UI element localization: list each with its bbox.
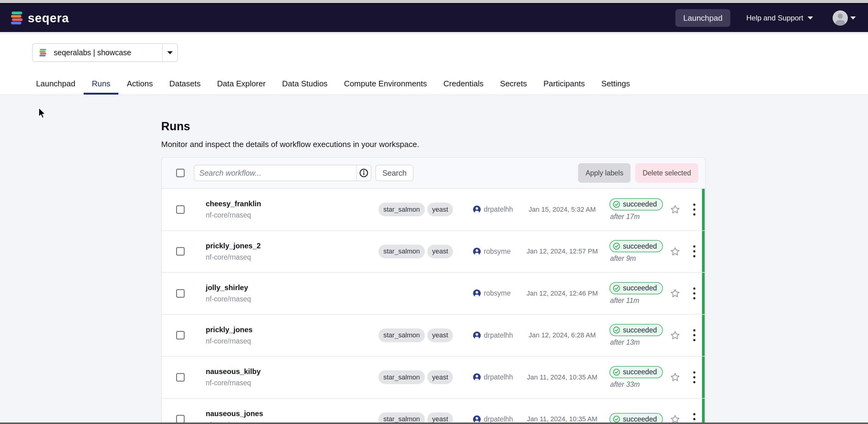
run-name[interactable]: prickly_jones_2 [206, 241, 378, 250]
mouse-cursor-icon [37, 107, 49, 120]
run-duration: after 13m [610, 338, 660, 347]
run-name[interactable]: nauseous_kilby [206, 367, 378, 376]
tab-launchpad[interactable]: Launchpad [28, 74, 84, 95]
status-text: succeeded [623, 200, 657, 208]
row-checkbox[interactable] [176, 289, 185, 298]
run-duration: after 33m [610, 380, 660, 389]
user-avatar-icon [473, 332, 481, 339]
status-text: succeeded [623, 284, 657, 292]
status-text: succeeded [623, 368, 657, 376]
run-duration: after 17m [610, 213, 660, 221]
user-menu[interactable] [833, 10, 856, 26]
user-avatar-icon [473, 205, 481, 213]
search-field-group [194, 165, 371, 181]
navbar-right: Launchpad Help and Support [675, 9, 856, 27]
run-user: drpatelhh [484, 373, 513, 381]
kebab-menu-icon[interactable] [693, 370, 696, 384]
window-bottom-edge [0, 422, 868, 424]
run-date: Jan 11, 2024, 10:35 AM [524, 357, 600, 398]
run-user: robsyme [484, 248, 510, 256]
user-avatar-icon [473, 290, 481, 297]
run-user: robsyme [484, 289, 510, 297]
workspace-tabs: Launchpad Runs Actions Datasets Data Exp… [0, 74, 868, 95]
row-checkbox[interactable] [176, 205, 185, 214]
row-checkbox[interactable] [176, 247, 185, 256]
run-date: Jan 12, 2024, 12:46 PM [524, 273, 600, 314]
check-circle-icon [613, 368, 620, 376]
tab-compute-environments[interactable]: Compute Environments [336, 74, 435, 95]
run-date: Jan 12, 2024, 6:28 AM [524, 315, 600, 356]
tab-secrets[interactable]: Secrets [492, 74, 535, 95]
kebab-menu-icon[interactable] [693, 328, 696, 342]
check-circle-icon [613, 201, 620, 208]
tab-settings[interactable]: Settings [593, 74, 638, 95]
avatar-icon [833, 10, 848, 26]
run-label: yeast [427, 370, 453, 384]
run-label: star_salmon [378, 328, 425, 342]
run-date: Jan 15, 2024, 5:32 AM [524, 189, 600, 230]
row-checkbox[interactable] [176, 331, 185, 339]
workspace-dropdown-toggle[interactable] [162, 44, 177, 61]
user-avatar-icon [473, 248, 481, 255]
status-text: succeeded [623, 242, 657, 251]
status-badge: succeeded [610, 366, 663, 378]
run-row: prickly_jones_2 nf-core/rnaseq star_salm… [162, 231, 705, 273]
search-info[interactable] [356, 165, 371, 181]
info-icon [359, 168, 368, 177]
select-all-checkbox[interactable] [176, 169, 185, 177]
window-top-edge [0, 0, 868, 3]
search-input[interactable] [194, 165, 356, 181]
run-name[interactable]: jolly_shirley [206, 283, 378, 292]
tab-actions[interactable]: Actions [118, 74, 161, 95]
star-icon[interactable] [670, 247, 680, 256]
tab-credentials[interactable]: Credentials [435, 74, 492, 95]
run-user: drpatelhh [484, 415, 513, 423]
tab-runs[interactable]: Runs [84, 74, 119, 95]
status-badge: succeeded [610, 324, 663, 336]
run-row: prickly_jones nf-core/rnaseq star_salmon… [162, 315, 705, 357]
status-badge: succeeded [610, 198, 663, 210]
kebab-menu-icon[interactable] [693, 287, 696, 300]
delete-selected-button[interactable]: Delete selected [635, 163, 698, 183]
status-text: succeeded [623, 326, 657, 334]
workspace-logo-icon [39, 48, 47, 57]
check-circle-icon [613, 416, 620, 423]
tab-data-studios[interactable]: Data Studios [274, 74, 336, 95]
run-label: star_salmon [378, 370, 425, 384]
star-icon[interactable] [670, 372, 680, 382]
star-icon[interactable] [670, 289, 680, 298]
run-pipeline: nf-core/rnaseq [206, 211, 378, 219]
star-icon[interactable] [670, 205, 680, 214]
top-navbar: seqera Launchpad Help and Support [0, 4, 868, 32]
status-text: succeeded [623, 415, 657, 423]
workspace-selector[interactable]: seqeralabs | showcase [32, 43, 178, 62]
run-pipeline: nf-core/rnaseq [206, 295, 378, 303]
tab-datasets[interactable]: Datasets [161, 74, 209, 95]
browser-window: seqera Launchpad Help and Support [0, 0, 868, 424]
run-name[interactable]: prickly_jones [206, 325, 378, 334]
run-label: star_salmon [378, 202, 425, 216]
run-name[interactable]: nauseous_jones [206, 410, 378, 418]
kebab-menu-icon[interactable] [693, 203, 696, 216]
tab-data-explorer[interactable]: Data Explorer [209, 74, 274, 95]
star-icon[interactable] [670, 331, 680, 340]
apply-labels-button[interactable]: Apply labels [578, 163, 630, 183]
workspace-name: seqeralabs | showcase [54, 48, 131, 57]
run-name[interactable]: cheesy_franklin [206, 199, 378, 208]
check-circle-icon [613, 242, 620, 250]
run-row: nauseous_kilby nf-core/rnaseq star_salmo… [162, 357, 705, 399]
run-user: drpatelhh [484, 331, 513, 339]
brand[interactable]: seqera [10, 11, 69, 25]
run-duration: after 9m [610, 254, 660, 263]
help-and-support-menu[interactable]: Help and Support [746, 14, 813, 22]
tab-participants[interactable]: Participants [535, 74, 593, 95]
row-checkbox[interactable] [176, 373, 185, 382]
status-badge: succeeded [610, 282, 663, 294]
run-row: jolly_shirley nf-core/rnaseq robsym [162, 273, 705, 315]
check-circle-icon [613, 285, 620, 292]
search-button[interactable]: Search [375, 165, 413, 181]
kebab-menu-icon[interactable] [693, 244, 696, 258]
launchpad-button[interactable]: Launchpad [675, 9, 731, 27]
chevron-down-icon [850, 17, 856, 20]
runs-table: Search Apply labels Delete selected chee… [161, 157, 706, 424]
